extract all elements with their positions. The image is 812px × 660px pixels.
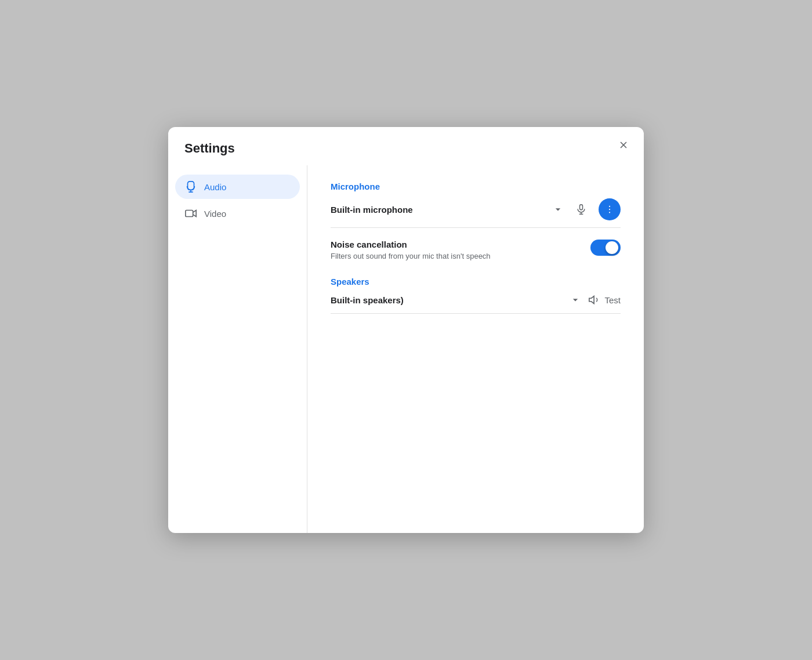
sidebar-item-audio-label: Audio [204,182,226,192]
settings-dialog: Settings Audio [168,127,644,533]
svg-rect-4 [580,205,583,210]
sidebar-item-video-label: Video [204,209,226,219]
sidebar-item-audio[interactable]: Audio [175,175,300,199]
speakers-section: Speakers Built-in speakers) [331,277,621,314]
speaker-icon [588,293,601,306]
speakers-test-button[interactable]: Test [588,293,621,306]
audio-icon [184,180,197,193]
microphone-test-button[interactable] [571,199,592,220]
microphone-select[interactable]: Built-in microphone [331,204,564,215]
noise-cancellation-text: Noise cancellation Filters out sound fro… [331,240,491,260]
content-area: Microphone Built-in microphone [307,165,644,533]
speakers-device-row: Built-in speakers) Test [331,293,621,314]
speakers-select[interactable]: Built-in speakers) [331,294,581,306]
noise-cancellation-section: Noise cancellation Filters out sound fro… [331,240,621,260]
dialog-title: Settings [184,141,235,156]
dialog-header: Settings [168,127,644,165]
speakers-device-name: Built-in speakers) [331,295,404,305]
close-button[interactable] [615,137,632,153]
speakers-chevron-icon [570,294,581,306]
noise-cancellation-title: Noise cancellation [331,240,491,249]
svg-point-5 [609,206,610,207]
video-icon [184,207,197,220]
sidebar-item-video[interactable]: Video [175,201,300,226]
noise-cancellation-toggle[interactable] [590,240,621,256]
microphone-section-title: Microphone [331,182,621,191]
sidebar: Audio Video [168,165,307,533]
svg-rect-3 [186,211,193,217]
microphone-device-row: Built-in microphone [331,198,621,228]
svg-point-7 [609,212,610,213]
microphone-more-button[interactable] [599,198,621,220]
speakers-section-title: Speakers [331,277,621,287]
test-label: Test [604,295,621,305]
microphone-device-name: Built-in microphone [331,205,413,215]
dialog-body: Audio Video Microphone Built-in microph [168,165,644,533]
toggle-thumb [606,241,618,254]
noise-cancellation-desc: Filters out sound from your mic that isn… [331,252,491,260]
microphone-chevron-icon [552,204,564,215]
svg-point-6 [609,209,610,210]
noise-cancellation-row: Noise cancellation Filters out sound fro… [331,240,621,260]
